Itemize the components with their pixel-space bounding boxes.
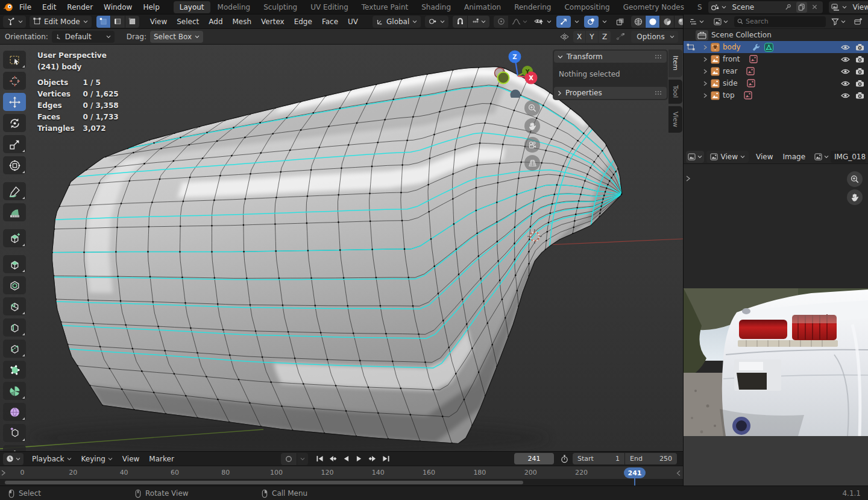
hide-viewport-icon[interactable] xyxy=(841,44,850,51)
blender-logo-icon[interactable] xyxy=(2,2,14,13)
topbar-menu-help[interactable]: Help xyxy=(137,1,165,13)
next-keyframe-button[interactable] xyxy=(366,453,379,465)
jump-to-start-button[interactable] xyxy=(313,453,326,465)
play-reverse-button[interactable] xyxy=(340,453,352,465)
workspace-tab-compositing[interactable]: Compositing xyxy=(558,1,615,13)
scene-selector[interactable]: Scene xyxy=(708,1,823,13)
outliner-row-front[interactable]: front xyxy=(684,53,868,65)
outliner-display-mode-button[interactable] xyxy=(686,16,708,28)
editor-type-button[interactable] xyxy=(3,16,26,28)
workspace-tab-modeling[interactable]: Modeling xyxy=(212,1,257,13)
workspace-tab-layout[interactable]: Layout xyxy=(174,1,210,13)
disable-render-icon[interactable] xyxy=(855,55,864,63)
gizmos-dropdown[interactable] xyxy=(572,16,582,28)
timeline-collapse-icon[interactable] xyxy=(676,470,681,476)
shading-solid-button[interactable] xyxy=(646,16,659,28)
shading-wireframe-button[interactable] xyxy=(631,16,645,28)
outliner-filter-mode-button[interactable] xyxy=(710,16,732,28)
viewport-menu-face[interactable]: Face xyxy=(317,14,343,29)
snap-base-icon[interactable] xyxy=(615,33,625,41)
tool-move[interactable] xyxy=(3,93,26,111)
disable-render-icon[interactable] xyxy=(855,80,864,87)
panel-grip-icon[interactable] xyxy=(655,90,663,95)
timeline-ruler[interactable]: 241 020406080100120140160180200220 xyxy=(0,466,683,479)
disable-render-icon[interactable] xyxy=(855,43,864,51)
hide-viewport-icon[interactable] xyxy=(841,92,850,99)
outliner-row-top[interactable]: top xyxy=(684,89,868,101)
timeline-menu-marker[interactable]: Marker xyxy=(144,452,178,466)
auto-keying-dropdown[interactable] xyxy=(297,453,308,465)
current-frame-field[interactable]: 241 xyxy=(514,453,554,464)
outliner-row-scene-collection[interactable]: Scene Collection xyxy=(684,29,868,41)
properties-panel-header[interactable]: Properties xyxy=(554,87,667,99)
disable-render-icon[interactable] xyxy=(855,68,864,75)
outliner-filter-button[interactable] xyxy=(828,16,849,28)
sidebar-tab-view[interactable]: View xyxy=(668,106,682,133)
timeline-editor-type-button[interactable] xyxy=(3,453,24,465)
hide-viewport-icon[interactable] xyxy=(841,68,850,75)
expand-chevron-icon[interactable] xyxy=(703,81,708,86)
image-data-icon[interactable] xyxy=(747,79,755,87)
vertex-select-mode-button[interactable] xyxy=(96,16,110,28)
tool-smooth[interactable] xyxy=(3,403,26,421)
transform-panel-header[interactable]: Transform xyxy=(554,51,667,63)
gizmo-minus-z[interactable] xyxy=(511,90,521,98)
image-editor-type-button[interactable] xyxy=(686,151,704,163)
tool-rip[interactable] xyxy=(3,424,26,442)
image-name-field[interactable]: IMG_018 xyxy=(831,151,866,163)
perspective-toggle-button[interactable] xyxy=(524,155,540,171)
image-data-icon[interactable] xyxy=(749,55,758,63)
end-frame-field[interactable]: End 250 xyxy=(625,453,677,464)
tool-inset[interactable] xyxy=(3,276,26,294)
camera-view-button[interactable] xyxy=(524,137,540,153)
tool-rotate[interactable] xyxy=(3,114,26,132)
viewport-menu-view[interactable]: View xyxy=(145,14,172,29)
tool-add-cube[interactable] xyxy=(3,229,26,247)
tool-poly-build[interactable] xyxy=(3,361,26,379)
image-datablock-icon-button[interactable] xyxy=(813,151,831,163)
tool-spin[interactable] xyxy=(3,382,26,400)
viewport-menu-select[interactable]: Select xyxy=(172,14,204,29)
tool-loop-cut[interactable] xyxy=(3,318,26,337)
topbar-menu-edit[interactable]: Edit xyxy=(37,1,61,13)
hide-viewport-icon[interactable] xyxy=(841,80,850,87)
proportional-falloff-dropdown[interactable] xyxy=(509,16,530,28)
tool-transform[interactable] xyxy=(3,156,26,174)
mirror-z-button[interactable]: Z xyxy=(599,31,611,43)
pin-icon[interactable] xyxy=(783,2,794,13)
timeline-menu-playback[interactable]: Playback xyxy=(27,452,77,466)
workspace-tab-sculpting[interactable]: Sculpting xyxy=(257,1,303,13)
workspace-tab-uv-editing[interactable]: UV Editing xyxy=(304,1,354,13)
tool-scale[interactable] xyxy=(3,135,26,153)
disable-render-icon[interactable] xyxy=(855,92,864,99)
timeline-menu-view[interactable]: View xyxy=(118,452,144,466)
gizmo-minus-y[interactable] xyxy=(498,72,509,84)
workspace-tab-texture-paint[interactable]: Texture Paint xyxy=(356,1,414,13)
image-pan-button[interactable] xyxy=(847,189,863,205)
current-frame-indicator[interactable]: 241 xyxy=(624,467,646,478)
use-preview-range-button[interactable] xyxy=(558,453,571,465)
workspace-tab-rendering[interactable]: Rendering xyxy=(508,1,557,13)
topbar-menu-file[interactable]: File xyxy=(14,1,37,13)
topbar-menu-render[interactable]: Render xyxy=(61,1,98,13)
play-button[interactable] xyxy=(353,453,365,465)
tool-knife[interactable] xyxy=(3,340,26,358)
drag-mode-dropdown[interactable]: Select Box xyxy=(150,31,203,43)
shading-material-button[interactable] xyxy=(660,16,674,28)
options-dropdown[interactable]: Options xyxy=(631,31,678,43)
image-panel-expand-icon[interactable] xyxy=(685,175,691,182)
tool-annotate[interactable] xyxy=(3,182,26,200)
expand-chevron-icon[interactable] xyxy=(703,57,708,62)
outliner-row-body[interactable]: body xyxy=(684,41,868,53)
overlays-toggle-button[interactable] xyxy=(584,16,599,28)
mirror-y-button[interactable]: Y xyxy=(586,31,598,43)
duplicate-scene-icon[interactable] xyxy=(796,2,807,13)
xray-toggle-button[interactable] xyxy=(613,16,627,28)
tool-cursor[interactable] xyxy=(3,72,26,90)
tool-orientation-dropdown[interactable]: Default xyxy=(52,31,115,43)
viewport-menu-add[interactable]: Add xyxy=(204,14,227,29)
mirror-x-button[interactable]: X xyxy=(573,31,585,43)
mesh-data-icon[interactable] xyxy=(764,43,773,52)
image-zoom-button[interactable] xyxy=(847,171,863,187)
zoom-button[interactable] xyxy=(524,100,540,116)
